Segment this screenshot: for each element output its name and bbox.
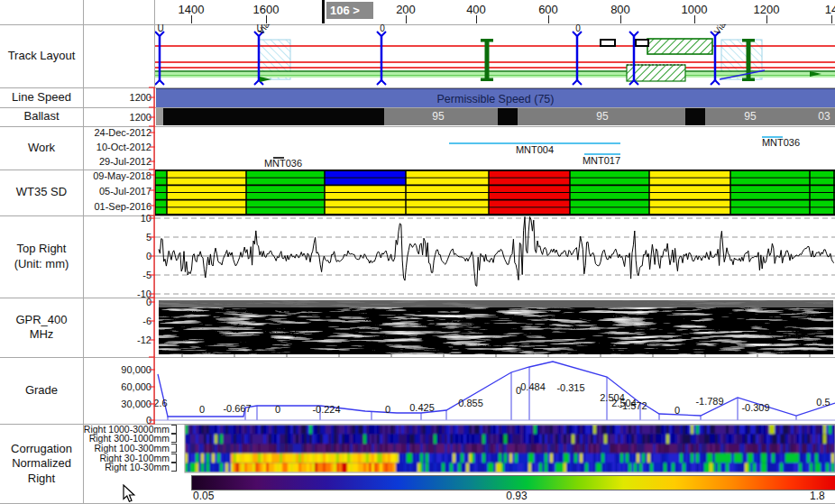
grade-value-label: -0.667 bbox=[223, 403, 251, 414]
wt35-cell bbox=[730, 207, 810, 215]
ruler-tick bbox=[266, 15, 267, 23]
wt35-cell bbox=[649, 193, 730, 200]
gpr-image-canvas[interactable] bbox=[155, 298, 835, 357]
top-right-scale-label: 0 bbox=[84, 251, 151, 261]
corrugation-band-label: Right 10-30mm bbox=[0, 463, 177, 472]
ruler-tick bbox=[766, 15, 767, 23]
top-right-waveform-canvas[interactable] bbox=[155, 215, 835, 298]
ibeam-cap bbox=[742, 78, 755, 82]
wt35-cell bbox=[730, 178, 810, 185]
grade-profile-canvas[interactable] bbox=[155, 357, 835, 424]
grade-value-label: 0.484 bbox=[520, 381, 546, 392]
wt35-cell bbox=[489, 170, 570, 178]
grade-scale-label: 90,000 bbox=[84, 364, 151, 375]
wt35-cell bbox=[489, 193, 570, 200]
wt35-heatmap-canvas[interactable] bbox=[155, 170, 835, 215]
structure-box-icon bbox=[601, 40, 615, 46]
grade-value-label: 0.855 bbox=[458, 398, 483, 408]
ruler-tick bbox=[548, 15, 549, 23]
wt35-cell bbox=[406, 200, 489, 207]
wt35-cell bbox=[649, 178, 730, 185]
row-label-line-speed: Line Speed bbox=[0, 87, 83, 107]
wt35-cell bbox=[649, 200, 730, 207]
wt35-cell bbox=[810, 193, 835, 200]
ruler-tick-label: 1400 bbox=[166, 3, 216, 16]
ruler-tick-label: 800 bbox=[595, 3, 646, 16]
wt35-date-label: 09-May-2018 bbox=[84, 170, 151, 181]
wt35-cell bbox=[570, 170, 649, 178]
grade-scale-label: 60,000 bbox=[84, 381, 151, 392]
grade-value-label: 0 bbox=[674, 405, 680, 416]
track-marker-flare bbox=[377, 80, 386, 85]
wt35-cell bbox=[246, 207, 325, 215]
ibeam-cap bbox=[742, 39, 755, 42]
wt35-cell bbox=[810, 207, 835, 215]
ballast-value: 95 bbox=[744, 110, 756, 123]
grade-value-label: 0 bbox=[199, 404, 205, 415]
work-canvas[interactable] bbox=[155, 126, 835, 170]
waveform-trace bbox=[159, 217, 834, 287]
wt35-cell bbox=[167, 193, 246, 200]
wt35-cell bbox=[570, 178, 649, 185]
wt35-cell bbox=[167, 185, 246, 192]
track-marker-label: U bbox=[157, 24, 163, 33]
wt35-cell bbox=[649, 185, 730, 192]
ruler-tick bbox=[620, 15, 621, 23]
wt35-cell bbox=[167, 178, 246, 185]
grade-value-label: -0.224 bbox=[312, 404, 340, 415]
wt35-cell bbox=[489, 207, 570, 215]
row-label-ballast: Ballast bbox=[0, 107, 83, 126]
ballast-bar[interactable]: 95959503 bbox=[156, 108, 835, 125]
work-area-hatch bbox=[647, 39, 712, 54]
km-post-marker[interactable]: 106 > bbox=[326, 2, 373, 19]
track-marker-flare bbox=[629, 32, 638, 36]
grid-line-horizontal bbox=[0, 87, 835, 88]
work-marker-label: MNT017 bbox=[583, 155, 620, 166]
ballast-black-segment bbox=[498, 108, 518, 125]
wt35-date-label: 01-Sep-2016 bbox=[84, 201, 151, 212]
wt35-cell bbox=[489, 200, 570, 207]
row-label-grade: Grade bbox=[0, 357, 83, 424]
wt35-cell bbox=[246, 200, 325, 207]
gpr-scale-label: -12 bbox=[84, 334, 151, 345]
gpr-surface-band bbox=[159, 300, 833, 307]
ibeam-cap bbox=[481, 78, 493, 82]
wt35-cell bbox=[406, 178, 489, 185]
row-label-gpr-400: GPR_400MHz bbox=[0, 298, 83, 357]
work-date-label: 29-Jul-2012 bbox=[84, 156, 151, 167]
track-layout-canvas[interactable]: UU00ViaducViaduc bbox=[155, 24, 835, 87]
ruler-tick bbox=[694, 15, 695, 23]
ballast-black-segment bbox=[163, 108, 384, 125]
wt35-cell bbox=[730, 170, 810, 178]
wt35-cell bbox=[167, 200, 246, 207]
wt35-cell bbox=[167, 170, 246, 178]
wt35-date-label: 05-Jul-2017 bbox=[84, 186, 151, 197]
row-label-wt35-sd: WT35 SD bbox=[0, 170, 83, 215]
wt35-cell bbox=[730, 193, 810, 200]
ruler-tick bbox=[191, 15, 192, 23]
wt35-cell bbox=[810, 200, 835, 207]
heatmap-pixels bbox=[185, 425, 835, 472]
ruler-tick-label: 200 bbox=[381, 3, 431, 16]
track-analysis-window: Track Layout Line Speed Ballast Work WT3… bbox=[0, 0, 835, 504]
structure-box-icon bbox=[636, 40, 648, 46]
corrugation-heatmap-canvas[interactable] bbox=[155, 424, 835, 504]
track-marker-label: 0 bbox=[380, 24, 385, 33]
ballast-value: 95 bbox=[596, 110, 608, 123]
wt35-cell bbox=[325, 178, 406, 185]
work-date-label: 10-Oct-2012 bbox=[84, 142, 151, 152]
permissible-speed-bar[interactable]: Permissible Speed (75) bbox=[156, 88, 835, 109]
wt35-cell bbox=[489, 185, 570, 192]
ruler-tick bbox=[476, 15, 477, 23]
row-label-work: Work bbox=[0, 126, 83, 170]
ballast-scale-value: 1200 bbox=[84, 112, 151, 123]
measurement-axis bbox=[144, 83, 159, 427]
track-marker-label: 0 bbox=[575, 24, 581, 33]
row-label-top-right: Top Right(Unit: mm) bbox=[0, 215, 83, 298]
ruler-tick-label: 1200 bbox=[741, 3, 792, 16]
wt35-cell bbox=[730, 185, 810, 192]
work-marker-label: MNT036 bbox=[762, 137, 800, 148]
grade-value-label: -0.315 bbox=[556, 382, 584, 393]
wt35-cell bbox=[406, 170, 489, 178]
top-right-scale-label: -5 bbox=[84, 270, 151, 280]
